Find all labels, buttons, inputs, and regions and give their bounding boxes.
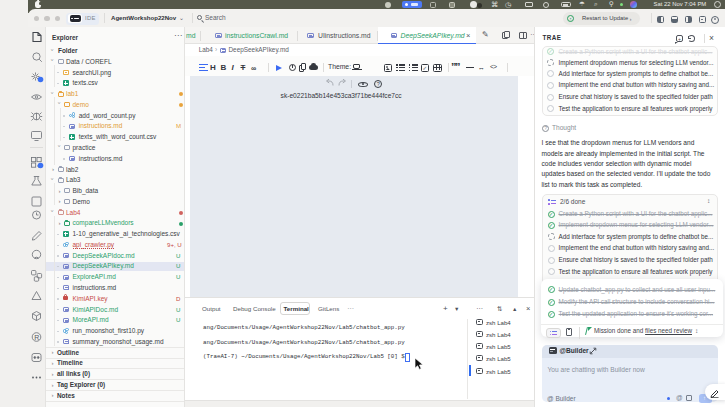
svg-text:R: R xyxy=(34,334,39,341)
